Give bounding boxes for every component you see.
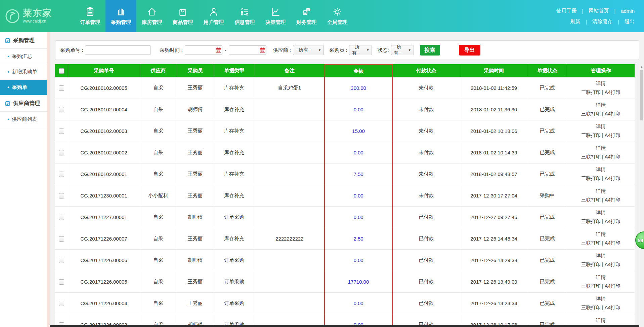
sidebar-section-title: 采购管理 bbox=[0, 32, 47, 49]
sidebar-item[interactable]: •采购汇总 bbox=[0, 49, 47, 64]
cell-status: 已完成 bbox=[528, 228, 567, 250]
sidebar: 采购管理•采购汇总•新增采购单•采购单 供应商管理•供应商列表 bbox=[0, 32, 47, 327]
brand-title: 莱东家 bbox=[23, 9, 52, 18]
sidebar-item[interactable]: •采购单 bbox=[0, 80, 47, 95]
buyer-select[interactable]: --所有-- ▼ bbox=[349, 45, 372, 55]
print-links[interactable]: 三联打印 | A4打印 bbox=[568, 240, 634, 246]
status-select[interactable]: --所有-- ▼ bbox=[391, 45, 414, 55]
print-links[interactable]: 三联打印 | A4打印 bbox=[568, 261, 634, 268]
print-links[interactable]: 三联打印 | A4打印 bbox=[568, 283, 634, 289]
row-checkbox[interactable] bbox=[59, 215, 64, 220]
print-links[interactable]: 三联打印 | A4打印 bbox=[568, 89, 634, 96]
cell-actions: 详情 三联打印 | A4打印 bbox=[567, 250, 635, 271]
warehouse-icon bbox=[147, 7, 157, 17]
row-checkbox[interactable] bbox=[59, 85, 64, 91]
nav-tab-warehouse[interactable]: 库房管理 bbox=[136, 0, 167, 32]
export-button[interactable]: 导出 bbox=[459, 45, 480, 56]
cell-pay-status: 未付款 bbox=[392, 77, 460, 99]
detail-link[interactable]: 详情 bbox=[568, 296, 634, 302]
calendar-icon[interactable]: 31 bbox=[216, 47, 221, 53]
cell-remark: 2222222222 bbox=[255, 228, 325, 250]
detail-link[interactable]: 详情 bbox=[568, 231, 634, 238]
top-link[interactable]: 使用手册 bbox=[556, 8, 576, 14]
cell-actions: 详情 三联打印 | A4打印 bbox=[567, 120, 635, 142]
top-links-row2: 刷新|清除缓存|退出 bbox=[570, 19, 635, 25]
row-checkbox[interactable] bbox=[59, 193, 64, 198]
row-checkbox[interactable] bbox=[59, 279, 64, 285]
detail-link[interactable]: 详情 bbox=[568, 274, 634, 281]
col-remark: 备注 bbox=[255, 64, 325, 77]
row-checkbox[interactable] bbox=[59, 107, 64, 112]
order-no-label: 采购单号 : bbox=[60, 47, 83, 53]
cell-doc-type: 库存补充 bbox=[214, 120, 255, 142]
detail-link[interactable]: 详情 bbox=[568, 102, 634, 108]
nav-tab-global[interactable]: 全局管理 bbox=[322, 0, 353, 32]
nav-tab-goods[interactable]: 商品管理 bbox=[167, 0, 198, 32]
cell-order-no: CG.20171230.00001 bbox=[68, 185, 140, 207]
supplier-select[interactable]: --所有-- ▼ bbox=[293, 45, 324, 55]
sidebar-item[interactable]: •供应商列表 bbox=[0, 112, 47, 127]
nav-tab-info[interactable]: 信息管理 bbox=[229, 0, 260, 32]
calendar-icon[interactable]: 31 bbox=[260, 47, 265, 53]
horizontal-scrollbar[interactable] bbox=[50, 325, 639, 327]
vertical-scrollbar[interactable]: ▲ bbox=[639, 65, 644, 327]
row-checkbox[interactable] bbox=[59, 301, 64, 306]
cell-pay-status: 已付款 bbox=[392, 228, 460, 250]
nav-tab-user[interactable]: 用户管理 bbox=[198, 0, 229, 32]
top-link[interactable]: 退出 bbox=[625, 19, 635, 25]
top-link[interactable]: admin bbox=[621, 8, 635, 14]
nav-tab-decision[interactable]: 决策管理 bbox=[260, 0, 291, 32]
cell-doc-type: 库存补充 bbox=[214, 185, 255, 207]
clipboard-icon bbox=[5, 101, 10, 106]
purchase-table: 采购单号 供应商 采购员 单据类型 备注 金额 付款状态 采购时间 单据状态 管… bbox=[55, 64, 635, 327]
search-button[interactable]: 搜索 bbox=[420, 45, 440, 56]
order-no-input[interactable] bbox=[85, 45, 151, 55]
cell-buyer: 王秀丽 bbox=[177, 228, 214, 250]
print-links[interactable]: 三联打印 | A4打印 bbox=[568, 197, 634, 203]
top-link[interactable]: 刷新 bbox=[570, 19, 580, 25]
detail-link[interactable]: 详情 bbox=[568, 253, 634, 259]
scrollbar-thumb[interactable] bbox=[640, 70, 643, 120]
print-links[interactable]: 三联打印 | A4打印 bbox=[568, 132, 634, 139]
cell-amount: 0.00 bbox=[325, 99, 392, 120]
print-links[interactable]: 三联打印 | A4打印 bbox=[568, 111, 634, 117]
cell-supplier: 自采 bbox=[140, 77, 177, 99]
cell-order-no: CG.20171226.00006 bbox=[68, 250, 140, 271]
scroll-up-icon[interactable]: ▲ bbox=[639, 65, 644, 69]
select-all-checkbox[interactable] bbox=[59, 68, 64, 74]
detail-link[interactable]: 详情 bbox=[568, 145, 634, 151]
print-links[interactable]: 三联打印 | A4打印 bbox=[568, 154, 634, 160]
sidebar-item[interactable]: •新增采购单 bbox=[0, 64, 47, 80]
cell-amount: 0.00 bbox=[325, 185, 392, 207]
cell-buyer: 王秀丽 bbox=[177, 271, 214, 293]
col-pay-status: 付款状态 bbox=[392, 64, 460, 77]
cell-buyer: 王秀丽 bbox=[177, 164, 214, 185]
print-links[interactable]: 三联打印 | A4打印 bbox=[568, 218, 634, 225]
table-row: CG.20180102.00004 自采 胡师傅 库存补充 0.00 未付款 2… bbox=[55, 99, 635, 120]
cell-supplier: 自采 bbox=[140, 228, 177, 250]
cell-order-no: CG.20180102.00002 bbox=[68, 142, 140, 164]
top-link[interactable]: 清除缓存 bbox=[592, 19, 612, 25]
print-links[interactable]: 三联打印 | A4打印 bbox=[568, 175, 634, 182]
row-checkbox[interactable] bbox=[59, 172, 64, 177]
row-checkbox[interactable] bbox=[59, 236, 64, 242]
top-link[interactable]: 网站首页 bbox=[589, 8, 609, 14]
nav-tab-finance[interactable]: 财务管理 bbox=[291, 0, 322, 32]
nav-tab-order[interactable]: 订单管理 bbox=[75, 0, 105, 32]
cell-actions: 详情 三联打印 | A4打印 bbox=[567, 271, 635, 293]
row-checkbox[interactable] bbox=[59, 129, 64, 134]
row-checkbox[interactable] bbox=[59, 150, 64, 155]
cell-doc-type: 订单采购 bbox=[214, 207, 255, 228]
purchase-icon bbox=[116, 7, 126, 17]
detail-link[interactable]: 详情 bbox=[568, 210, 634, 216]
detail-link[interactable]: 详情 bbox=[568, 80, 634, 87]
nav-tab-purchase[interactable]: 采购管理 bbox=[105, 0, 136, 32]
print-links[interactable]: 三联打印 | A4打印 bbox=[568, 304, 634, 311]
table-row: CG.20180102.00001 自采 王秀丽 库存补充 7.50 未付款 2… bbox=[55, 164, 635, 185]
detail-link[interactable]: 详情 bbox=[568, 123, 634, 130]
detail-link[interactable]: 详情 bbox=[568, 167, 634, 173]
detail-link[interactable]: 详情 bbox=[568, 188, 634, 194]
detail-link[interactable]: 详情 bbox=[568, 317, 634, 324]
cell-remark: 自采鸡蛋1 bbox=[255, 77, 325, 99]
row-checkbox[interactable] bbox=[59, 258, 64, 263]
